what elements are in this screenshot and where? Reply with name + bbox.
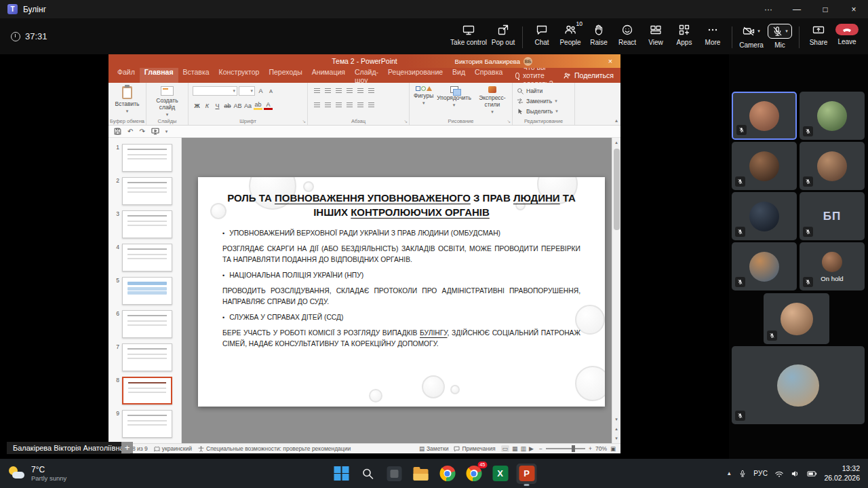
fit-slide-button[interactable]: ▣: [610, 445, 616, 452]
paste-button[interactable]: Вставить ▾: [115, 86, 139, 114]
zoom-slider[interactable]: [546, 448, 585, 449]
increase-indent-button[interactable]: [344, 86, 354, 95]
leave-button[interactable]: Leave: [833, 24, 861, 45]
font-color-button[interactable]: А: [264, 102, 273, 110]
ppt-account[interactable]: Виктория Балакирева ВБ: [455, 57, 532, 66]
font-size-select[interactable]: ▾: [239, 86, 255, 96]
window-minimize-button[interactable]: —: [783, 0, 811, 18]
font-name-select[interactable]: ▾: [193, 86, 237, 96]
quick-styles-button[interactable]: Экспресс-стили ▾: [475, 86, 510, 115]
slide-thumbnail-preview[interactable]: [122, 244, 172, 271]
dialog-launcher-icon[interactable]: ↘: [507, 119, 511, 124]
notes-button[interactable]: ▤Заметки: [419, 445, 449, 452]
line-spacing-button[interactable]: [355, 86, 365, 95]
dialog-launcher-icon[interactable]: ↘: [141, 119, 144, 124]
task-view-button[interactable]: [384, 464, 405, 484]
language-status[interactable]: украинский: [154, 445, 192, 452]
arrange-button[interactable]: Упорядочить ▾: [437, 86, 471, 108]
powerpoint-button[interactable]: P: [517, 464, 537, 484]
slide-thumbnail-preview[interactable]: [122, 343, 172, 371]
previous-slide-button[interactable]: ▴: [612, 424, 620, 434]
chat-button[interactable]: Chat: [528, 24, 556, 46]
plus-button[interactable]: +: [121, 442, 133, 453]
slide-editing-canvas[interactable]: РОЛЬ ТА ПОВНОВАЖЕННЯ УПОВНОВАЖЕНОГО З ПР…: [182, 138, 612, 443]
replace-button[interactable]: Заменить▾: [517, 96, 557, 106]
comments-button[interactable]: Примечания: [454, 445, 495, 452]
raise-hand-button[interactable]: Raise: [585, 24, 613, 46]
dialog-launcher-icon[interactable]: ↘: [404, 119, 408, 124]
participant-tile[interactable]: [800, 92, 865, 140]
bullets-button[interactable]: [312, 86, 321, 95]
hidden-icons-button[interactable]: ▲: [726, 470, 732, 476]
collapse-ribbon-button[interactable]: ▴: [615, 117, 618, 124]
start-button[interactable]: [332, 464, 352, 484]
pop-out-button[interactable]: Pop out: [489, 24, 517, 46]
find-button[interactable]: Найти: [517, 86, 542, 96]
undo-button[interactable]: ↶: [127, 128, 133, 135]
slide-thumbnail[interactable]: 3: [112, 210, 181, 238]
people-button[interactable]: 10 People: [556, 24, 585, 46]
slide-thumbnail-preview[interactable]: [122, 410, 172, 438]
participant-tile[interactable]: [764, 293, 829, 344]
participant-tile[interactable]: On hold: [800, 242, 865, 290]
mic-button[interactable]: ▾ Mic: [766, 24, 794, 49]
camera-options-chevron[interactable]: ▾: [757, 29, 760, 34]
more-button[interactable]: More: [698, 24, 727, 46]
reading-view-button[interactable]: ▥: [521, 445, 527, 452]
slide-thumbnail[interactable]: 5: [112, 277, 181, 305]
align-center-button[interactable]: [323, 100, 332, 109]
participant-tile[interactable]: [732, 142, 797, 190]
character-spacing-button[interactable]: АВ: [233, 101, 242, 110]
italic-button[interactable]: К: [203, 101, 212, 110]
slide-thumbnail-preview[interactable]: [122, 377, 172, 405]
scroll-up-icon[interactable]: ▴: [612, 138, 620, 147]
camera-button[interactable]: ▾ Camera: [737, 24, 766, 49]
slide-thumbnail[interactable]: 2: [112, 177, 181, 205]
window-more-button[interactable]: ···: [754, 0, 783, 18]
view-button[interactable]: View: [642, 24, 670, 46]
shapes-button[interactable]: Фигуры ▾: [414, 86, 433, 106]
chrome-button[interactable]: [437, 464, 458, 484]
vertical-scrollbar[interactable]: ▴ ▾ ▴ ▾: [612, 138, 620, 443]
search-button[interactable]: [358, 464, 378, 484]
ppt-share-button[interactable]: Поделиться: [564, 71, 614, 79]
participant-tile[interactable]: [732, 346, 865, 424]
numbering-button[interactable]: [323, 86, 332, 95]
window-maximize-button[interactable]: □: [811, 0, 840, 18]
taskbar-clock[interactable]: 13:32 26.02.2026: [824, 464, 860, 483]
dialog-launcher-icon[interactable]: ↘: [302, 119, 306, 124]
participant-tile[interactable]: [732, 242, 797, 290]
battery-icon[interactable]: [807, 470, 817, 477]
new-slide-button[interactable]: Создать слайд ▾: [151, 86, 184, 117]
slide[interactable]: РОЛЬ ТА ПОВНОВАЖЕННЯ УПОВНОВАЖЕНОГО З ПР…: [198, 177, 605, 407]
start-slideshow-button[interactable]: [151, 128, 159, 135]
slide-thumbnail-preview[interactable]: [122, 277, 172, 305]
convert-smartart-button[interactable]: [366, 100, 376, 109]
language-indicator[interactable]: РУС: [753, 470, 768, 477]
excel-button[interactable]: X: [490, 464, 511, 484]
slide-thumbnail[interactable]: 1: [112, 144, 181, 172]
take-control-button[interactable]: Take control: [448, 24, 489, 46]
react-button[interactable]: React: [613, 24, 642, 46]
justify-button[interactable]: [344, 100, 354, 109]
redo-button[interactable]: ↷: [139, 128, 144, 135]
columns-button[interactable]: [355, 100, 365, 109]
slide-thumbnail-preview[interactable]: [122, 210, 172, 238]
scroll-down-icon[interactable]: ▾: [612, 415, 620, 424]
apps-button[interactable]: Apps: [670, 24, 698, 46]
slide-thumbnail[interactable]: 8: [112, 377, 181, 405]
slide-thumbnail[interactable]: 4: [112, 244, 181, 271]
align-right-button[interactable]: [334, 100, 343, 109]
window-close-button[interactable]: ×: [840, 0, 868, 18]
highlight-color-button[interactable]: ab: [254, 102, 262, 110]
next-slide-button[interactable]: ▾: [612, 434, 620, 443]
weather-widget[interactable]: 7°C Partly sunny: [0, 465, 66, 482]
file-explorer-button[interactable]: [411, 464, 431, 484]
zoom-out-button[interactable]: −: [539, 445, 542, 452]
strikethrough-button[interactable]: ab: [223, 101, 232, 110]
slide-thumbnail-preview[interactable]: [122, 144, 172, 172]
participant-tile[interactable]: [800, 142, 865, 190]
customize-qat-button[interactable]: ▾: [165, 129, 168, 134]
slideshow-view-button[interactable]: ▶: [529, 445, 534, 452]
mic-in-use-icon[interactable]: [738, 470, 747, 478]
